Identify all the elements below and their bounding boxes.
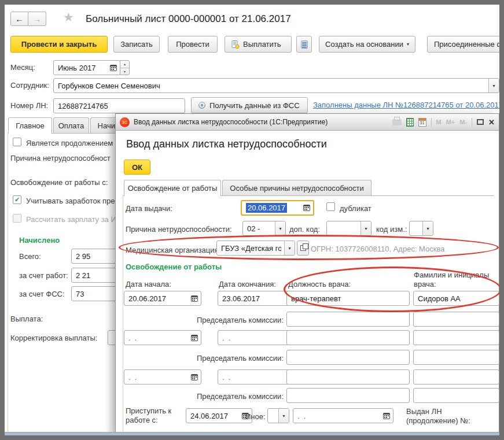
period1-doctor-name-input[interactable]: Сидоров АА (413, 291, 499, 306)
issued-ln-label: Выдан ЛН (продолжение) №: (406, 407, 481, 426)
resume-work-date-input[interactable]: 24.06.2017 (186, 408, 252, 423)
calendar-icon[interactable] (189, 370, 200, 384)
back-button[interactable]: ← (10, 12, 28, 26)
month-label: Месяц: (10, 63, 35, 72)
other-code-select[interactable]: ▾ (267, 408, 289, 423)
write-button[interactable]: Записать (113, 36, 160, 53)
period1-doctor-position-input[interactable]: врач-терапевт (286, 291, 410, 306)
create-based-on-label: Создать на основании (325, 40, 403, 49)
extra-code-select[interactable]: ▾ (326, 221, 371, 236)
tab-payment[interactable]: Оплата (53, 117, 89, 133)
issue-date-input[interactable]: 20.06.2017 (241, 200, 314, 216)
chevron-down-icon[interactable]: ▾ (278, 409, 289, 423)
forward-button[interactable]: → (28, 12, 46, 26)
period2-doctor-name-input[interactable] (413, 330, 499, 345)
post-and-close-label: Провести и закрыть (21, 40, 97, 49)
chairman3-position-input[interactable] (286, 388, 410, 403)
month-input[interactable]: Июнь 2017 (53, 60, 120, 75)
tab-payment-label: Оплата (58, 121, 84, 130)
register-list-button[interactable] (296, 36, 312, 53)
calendar-icon[interactable] (381, 409, 392, 423)
nav-buttons: ← → (10, 12, 46, 26)
close-icon[interactable]: ✕ (488, 118, 495, 127)
period2-start-input[interactable]: . . (124, 330, 201, 345)
open-med-org-button[interactable] (297, 241, 309, 256)
1c-logo-text: 1С (122, 120, 127, 124)
period3-doctor-position-input[interactable] (286, 369, 410, 384)
reason-code-value: 02 - (247, 224, 272, 233)
calendar-icon[interactable] (301, 201, 312, 215)
post-label: Провести (176, 40, 209, 49)
tab-special-reasons[interactable]: Особые причины нетрудоспособности (222, 180, 371, 195)
period1-start-input[interactable]: 20.06.2017 (124, 291, 201, 306)
chairman2-position-input[interactable] (286, 350, 410, 365)
pay-document-coin-icon (231, 40, 240, 49)
ok-button[interactable]: ОК (124, 160, 150, 175)
chairman1-position-input[interactable] (286, 312, 410, 327)
empty-date-placeholder: . . (297, 412, 379, 420)
post-button[interactable]: Провести (168, 36, 218, 53)
med-org-select[interactable]: ГБУЗ «Детская городская ▾ (216, 241, 295, 256)
tab-main-label: Главное (16, 121, 45, 130)
calendar-icon[interactable] (189, 291, 200, 305)
code-change-select[interactable]: ▾ (409, 221, 433, 236)
favorite-star-icon[interactable]: ★ (63, 11, 74, 24)
pay-label: Выплатить (243, 40, 281, 49)
period2-doctor-position-input[interactable] (286, 330, 410, 345)
memory-minus-button[interactable]: M- (459, 119, 467, 125)
tab-main[interactable]: Главное (8, 117, 52, 134)
get-fss-data-button[interactable]: Получить данные из ФСС (191, 97, 308, 113)
calendar-icon[interactable] (108, 61, 119, 75)
post-and-close-button[interactable]: Провести и закрыть (10, 36, 108, 53)
check-icon: ✔ (14, 197, 20, 203)
is-continuation-checkbox[interactable] (13, 138, 21, 146)
calculator-icon[interactable] (406, 118, 414, 127)
back-icon: ← (15, 14, 24, 24)
pay-button[interactable]: Выплатить (225, 36, 292, 53)
consider-earnings-checkbox[interactable]: ✔ (13, 195, 21, 204)
dialog-title: Ввод данных листка нетрудоспособности (1… (134, 118, 328, 126)
chevron-down-icon[interactable]: ▾ (488, 79, 499, 93)
fss-filled-link[interactable]: Заполнены данные ЛН №126887214765 от 20.… (313, 101, 503, 109)
maximize-icon[interactable] (477, 119, 484, 125)
chairman3-name-input[interactable] (413, 388, 499, 403)
memory-plus-button[interactable]: M+ (446, 119, 455, 125)
ln-number-input[interactable]: 126887214765 (53, 98, 185, 113)
memory-button[interactable]: M (436, 119, 442, 125)
other-date-input[interactable]: . . (293, 408, 393, 423)
attached-files-button[interactable]: Присоединенные ф (427, 36, 504, 53)
code-change-label: код изм.: (376, 225, 407, 234)
chevron-down-icon[interactable]: ▾ (360, 221, 371, 235)
calc-salary-checkbox[interactable] (13, 214, 21, 223)
tab-release-from-work[interactable]: Освобождение от работы (124, 180, 221, 196)
dialog-heading: Ввод данных листка нетрудоспособности (126, 138, 327, 150)
print-icon[interactable] (392, 119, 402, 125)
calendar-icon[interactable] (189, 331, 200, 345)
duplicate-checkbox[interactable] (326, 202, 335, 211)
chevron-down-icon[interactable]: ▾ (275, 221, 285, 235)
dialog-titlebar-icons: 31 M M+ M- ✕ (392, 118, 495, 127)
period3-doctor-name-input[interactable] (413, 369, 499, 384)
spin-up-icon[interactable]: ▴ (120, 61, 129, 68)
chairman2-name-input[interactable] (413, 350, 499, 365)
create-based-on-button[interactable]: Создать на основании ▾ (319, 36, 415, 53)
col-doctor-name-label: Фамилия и инициалы врача: (414, 271, 498, 289)
period1-end-value: 23.06.2017 (222, 294, 284, 303)
month-value: Июнь 2017 (58, 64, 106, 72)
titlebar-divider (431, 118, 432, 127)
ok-label: ОК (132, 163, 142, 172)
is-continuation-label: Является продолжением (26, 139, 113, 147)
employee-input[interactable]: Горбунков Семен Семенович ▾ (53, 78, 499, 93)
calendar-day-text: 31 (420, 120, 425, 126)
month-spinner[interactable]: ▴ ▾ (120, 60, 130, 75)
dialog-titlebar[interactable]: 1С Ввод данных листка нетрудоспособности… (116, 114, 499, 131)
reason-code-select[interactable]: 02 - ▾ (242, 221, 286, 236)
spin-down-icon[interactable]: ▾ (120, 68, 129, 75)
forward-icon: → (33, 14, 42, 24)
chevron-down-icon[interactable]: ▾ (422, 221, 433, 235)
calendar-31-icon[interactable]: 31 (418, 118, 426, 127)
chevron-down-icon[interactable]: ▾ (284, 241, 295, 255)
total-label: Всего: (19, 252, 41, 261)
period3-start-input[interactable]: . . (124, 369, 201, 384)
chairman1-name-input[interactable] (413, 312, 499, 327)
